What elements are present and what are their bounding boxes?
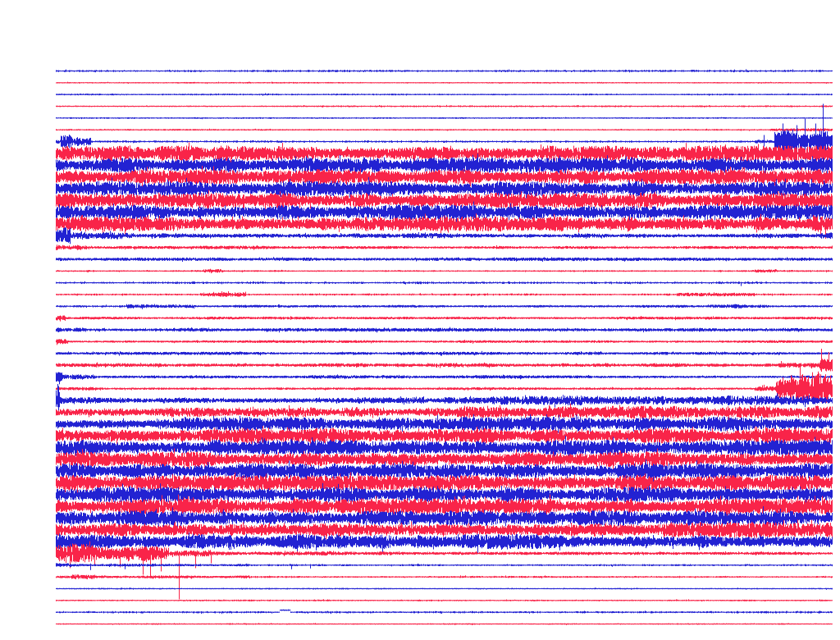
seismogram-traces-canvas xyxy=(0,0,840,640)
helicorder-page: { "header": { "station": "BS Kurdzhali, … xyxy=(0,0,840,640)
